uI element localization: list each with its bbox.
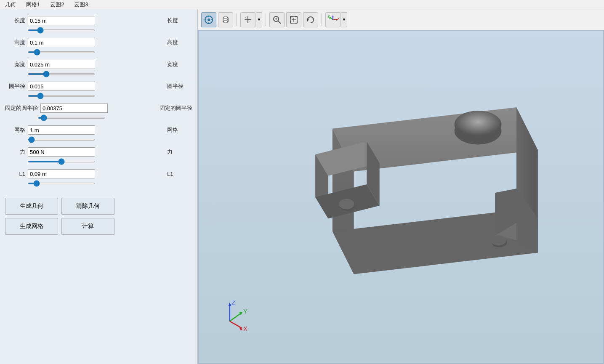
svg-point-1 [208, 19, 210, 21]
length-row: 长度 长度 [5, 16, 192, 25]
main-area: 长度 长度 高度 高度 宽度 宽度 圆半径 圆半径 [0, 9, 604, 364]
radius-row: 圆半径 圆半径 [5, 82, 192, 91]
width-input[interactable] [28, 60, 95, 69]
force-input[interactable] [28, 147, 95, 157]
height-input[interactable] [28, 38, 95, 47]
camera-button[interactable] [201, 12, 216, 27]
svg-text:y: y [328, 15, 330, 18]
button-area: 生成几何 清除几何 生成网格 计算 [5, 198, 114, 235]
slice-dropdown[interactable]: ▼ [256, 12, 262, 27]
menu-cloud2[interactable]: 云图2 [48, 1, 66, 8]
fixed-radius-slider[interactable] [38, 117, 105, 119]
slice-button[interactable] [240, 12, 255, 27]
svg-line-14 [278, 21, 281, 24]
svg-point-9 [227, 19, 228, 20]
force-right-label: 力 [167, 148, 192, 156]
l1-input[interactable] [28, 169, 95, 178]
radius-slider[interactable] [28, 95, 95, 97]
grid-slider[interactable] [28, 139, 95, 141]
length-right-label: 长度 [167, 17, 192, 24]
toolbar-separator-1 [237, 13, 237, 26]
svg-rect-38 [198, 30, 604, 364]
length-input[interactable] [28, 16, 95, 25]
width-slider[interactable] [28, 73, 95, 75]
generate-geometry-button[interactable]: 生成几何 [5, 198, 58, 215]
height-label: 高度 [5, 39, 25, 46]
radius-right-label: 圆半径 [167, 82, 192, 90]
svg-point-53 [339, 199, 354, 209]
length-label: 长度 [5, 17, 25, 24]
svg-text:Y: Y [243, 308, 247, 315]
grid-input[interactable] [28, 125, 95, 135]
l1-slider-row [5, 183, 192, 184]
svg-point-55 [491, 235, 506, 245]
l1-row: L1 L1 [5, 169, 192, 178]
zoom-button[interactable] [269, 12, 285, 27]
slice-group: ▼ [240, 12, 262, 27]
axis-group: x y z ▼ [325, 12, 347, 27]
svg-text:Z: Z [231, 300, 235, 306]
toolbar-separator-3 [322, 13, 322, 26]
toolbar: ▼ [198, 9, 604, 30]
length-slider[interactable] [28, 29, 95, 31]
l1-right-label: L1 [167, 171, 192, 177]
print-button[interactable] [218, 12, 233, 27]
force-row: 力 力 [5, 147, 192, 157]
width-slider-row [5, 73, 192, 75]
menu-mesh1[interactable]: 网格1 [24, 1, 42, 8]
width-right-label: 宽度 [167, 61, 192, 68]
menu-geometry[interactable]: 几何 [3, 1, 18, 8]
width-row: 宽度 宽度 [5, 60, 192, 69]
svg-text:X: X [243, 325, 247, 332]
left-panel: 长度 长度 高度 高度 宽度 宽度 圆半径 圆半径 [0, 9, 198, 364]
right-panel: ▼ [198, 9, 604, 364]
width-label: 宽度 [5, 61, 25, 68]
radius-slider-row [5, 95, 192, 97]
l1-slider[interactable] [28, 183, 95, 184]
svg-point-51 [455, 111, 502, 138]
svg-rect-8 [224, 17, 227, 19]
grid-slider-row [5, 139, 192, 141]
menu-bar: 几何 网格1 云图2 云图3 [0, 0, 604, 9]
svg-marker-34 [332, 16, 334, 17]
svg-text:z: z [332, 15, 334, 16]
l1-label: L1 [5, 171, 25, 177]
svg-rect-7 [224, 21, 227, 23]
generate-mesh-button[interactable]: 生成网格 [5, 218, 58, 235]
radius-input[interactable] [28, 82, 95, 91]
height-slider-row [5, 51, 192, 53]
height-slider[interactable] [28, 51, 95, 53]
grid-row: 网格 网格 [5, 125, 192, 135]
axis-dropdown[interactable]: ▼ [341, 12, 347, 27]
svg-text:x: x [338, 17, 339, 20]
fixed-radius-slider-row [5, 117, 192, 119]
force-slider-row [5, 161, 192, 162]
clear-geometry-button[interactable]: 清除几何 [61, 198, 114, 215]
calculate-button[interactable]: 计算 [61, 218, 114, 235]
force-slider[interactable] [28, 161, 95, 162]
fixed-radius-right-label: 固定的圆半径 [160, 104, 192, 112]
menu-cloud3[interactable]: 云图3 [72, 1, 90, 8]
toolbar-separator-2 [266, 13, 266, 26]
radius-label: 圆半径 [5, 82, 25, 90]
force-label: 力 [5, 148, 25, 156]
fit-button[interactable] [286, 12, 301, 27]
height-right-label: 高度 [167, 39, 192, 46]
axis-button[interactable]: x y z [325, 12, 341, 27]
rotate-button[interactable] [303, 12, 318, 27]
3d-viewport[interactable]: Z Y X [198, 30, 604, 364]
height-row: 高度 高度 [5, 38, 192, 47]
grid-label: 网格 [5, 126, 25, 134]
fixed-radius-input[interactable] [40, 104, 108, 113]
grid-right-label: 网格 [167, 126, 192, 134]
length-slider-row [5, 29, 192, 31]
fixed-radius-label: 固定的圆半径 [5, 104, 38, 112]
fixed-radius-row: 固定的圆半径 固定的圆半径 [5, 104, 192, 113]
